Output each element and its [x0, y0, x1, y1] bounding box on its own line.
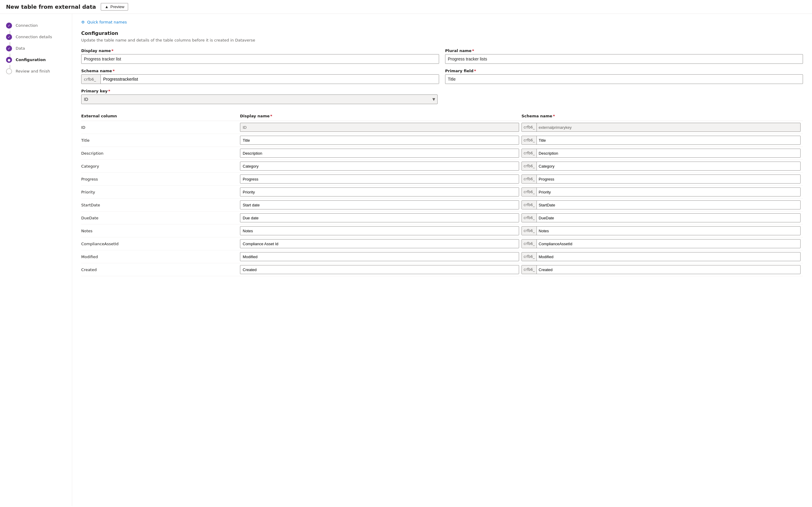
schema-value-input-1[interactable]: [537, 136, 800, 145]
schema-cell-7: crfb6_: [521, 213, 801, 222]
external-col-8: Notes: [81, 224, 240, 237]
display-col-8[interactable]: [240, 224, 521, 237]
schema-value-input[interactable]: [101, 75, 439, 83]
schema-col-9[interactable]: crfb6_: [521, 237, 803, 250]
display-name-label: Display name*: [81, 48, 439, 53]
external-col-0: ID: [81, 121, 240, 134]
display-col-4[interactable]: [240, 173, 521, 186]
display-input-6[interactable]: [240, 201, 519, 210]
step-label-review: Review and finish: [16, 68, 50, 75]
external-col-2: Description: [81, 147, 240, 160]
schema-col-11[interactable]: crfb6_: [521, 263, 803, 276]
schema-col-7[interactable]: crfb6_: [521, 212, 803, 224]
schema-value-input-10[interactable]: [537, 252, 800, 261]
schema-value-input-4[interactable]: [537, 175, 800, 183]
schema-cell-prefix-10: crfb6_: [522, 252, 537, 261]
schema-col-5[interactable]: crfb6_: [521, 186, 803, 199]
display-input-3[interactable]: [240, 162, 519, 171]
page-header: New table from external data ▲ Preview: [0, 0, 812, 14]
schema-col-2[interactable]: crfb6_: [521, 147, 803, 160]
schema-value-input-6[interactable]: [537, 201, 800, 209]
sidebar-item-connection[interactable]: ✓ Connection: [0, 20, 72, 31]
external-col-7: DueDate: [81, 212, 240, 224]
schema-col-3[interactable]: crfb6_: [521, 160, 803, 173]
quick-format-label: Quick format names: [87, 20, 127, 24]
display-input-11[interactable]: [240, 265, 519, 274]
quick-format-button[interactable]: ⚙ Quick format names: [81, 20, 803, 24]
schema-col-0: crfb6_: [521, 121, 803, 134]
schema-col-1[interactable]: crfb6_: [521, 134, 803, 147]
plural-name-input[interactable]: [445, 54, 803, 64]
display-col-11[interactable]: [240, 263, 521, 276]
primary-key-row: Primary key* ID ▼: [81, 89, 803, 104]
display-col-2[interactable]: [240, 147, 521, 160]
step-circle-review: [6, 68, 12, 74]
display-col-0[interactable]: [240, 121, 521, 134]
configuration-section: Configuration Update the table name and …: [81, 31, 803, 104]
primary-key-select[interactable]: ID: [81, 95, 438, 104]
display-input-5[interactable]: [240, 187, 519, 196]
display-input-8[interactable]: [240, 226, 519, 235]
schema-cell-2: crfb6_: [521, 149, 801, 158]
quick-format-icon: ⚙: [81, 20, 85, 24]
table-row: Createdcrfb6_: [81, 263, 803, 276]
schema-col-6[interactable]: crfb6_: [521, 199, 803, 212]
display-col-3[interactable]: [240, 160, 521, 173]
schema-cell-8: crfb6_: [521, 226, 801, 235]
step-label-connection: Connection: [16, 22, 38, 29]
sidebar-item-data[interactable]: ✓ Data: [0, 43, 72, 54]
col-header-display: Display name*: [240, 111, 521, 121]
schema-value-input-11[interactable]: [537, 265, 800, 274]
schema-cell-4: crfb6_: [521, 174, 801, 183]
display-name-group: Display name*: [81, 48, 439, 64]
columns-table: External column Display name* Schema nam…: [81, 111, 803, 276]
sidebar-item-review[interactable]: Review and finish: [0, 66, 72, 77]
schema-cell-prefix-1: crfb6_: [522, 136, 537, 145]
external-col-6: StartDate: [81, 199, 240, 212]
schema-cell-11: crfb6_: [521, 265, 801, 274]
sidebar-item-configuration[interactable]: ● Configuration: [0, 54, 72, 66]
display-col-9[interactable]: [240, 237, 521, 250]
display-col-7[interactable]: [240, 212, 521, 224]
main-layout: ✓ Connection ✓ Connection details ✓ Data…: [0, 14, 812, 506]
col-header-external: External column: [81, 111, 240, 121]
step-circle-configuration: ●: [6, 57, 12, 63]
schema-value-input-5[interactable]: [537, 188, 800, 196]
schema-cell-prefix-0: crfb6_: [522, 123, 537, 131]
schema-col-10[interactable]: crfb6_: [521, 250, 803, 263]
table-row: Prioritycrfb6_: [81, 186, 803, 199]
sidebar-item-connection-details[interactable]: ✓ Connection details: [0, 31, 72, 43]
table-row: Descriptioncrfb6_: [81, 147, 803, 160]
schema-value-input-7[interactable]: [537, 214, 800, 222]
schema-value-input-3[interactable]: [537, 162, 800, 170]
primary-field-input[interactable]: [445, 74, 803, 84]
main-content: ⚙ Quick format names Configuration Updat…: [72, 14, 812, 506]
table-row: IDcrfb6_: [81, 121, 803, 134]
schema-value-input-2[interactable]: [537, 149, 800, 157]
display-col-6[interactable]: [240, 199, 521, 212]
display-input-7[interactable]: [240, 213, 519, 222]
display-input-10[interactable]: [240, 252, 519, 261]
display-name-input[interactable]: [81, 54, 439, 64]
table-row: Titlecrfb6_: [81, 134, 803, 147]
schema-value-input-9[interactable]: [537, 239, 800, 248]
display-input-2[interactable]: [240, 149, 519, 158]
display-input-9[interactable]: [240, 239, 519, 248]
page-title: New table from external data: [6, 4, 96, 10]
primary-key-label: Primary key*: [81, 89, 438, 93]
schema-value-input-8[interactable]: [537, 227, 800, 235]
primary-field-label: Primary field*: [445, 69, 803, 73]
external-col-5: Priority: [81, 186, 240, 199]
schema-cell-3: crfb6_: [521, 162, 801, 171]
schema-name-label: Schema name*: [81, 69, 439, 73]
schema-cell-prefix-11: crfb6_: [522, 265, 537, 274]
display-col-5[interactable]: [240, 186, 521, 199]
schema-cell-prefix-7: crfb6_: [522, 214, 537, 222]
display-input-4[interactable]: [240, 174, 519, 183]
schema-col-4[interactable]: crfb6_: [521, 173, 803, 186]
display-col-1[interactable]: [240, 134, 521, 147]
schema-col-8[interactable]: crfb6_: [521, 224, 803, 237]
display-col-10[interactable]: [240, 250, 521, 263]
display-input-1[interactable]: [240, 136, 519, 145]
preview-button[interactable]: ▲ Preview: [101, 3, 128, 10]
